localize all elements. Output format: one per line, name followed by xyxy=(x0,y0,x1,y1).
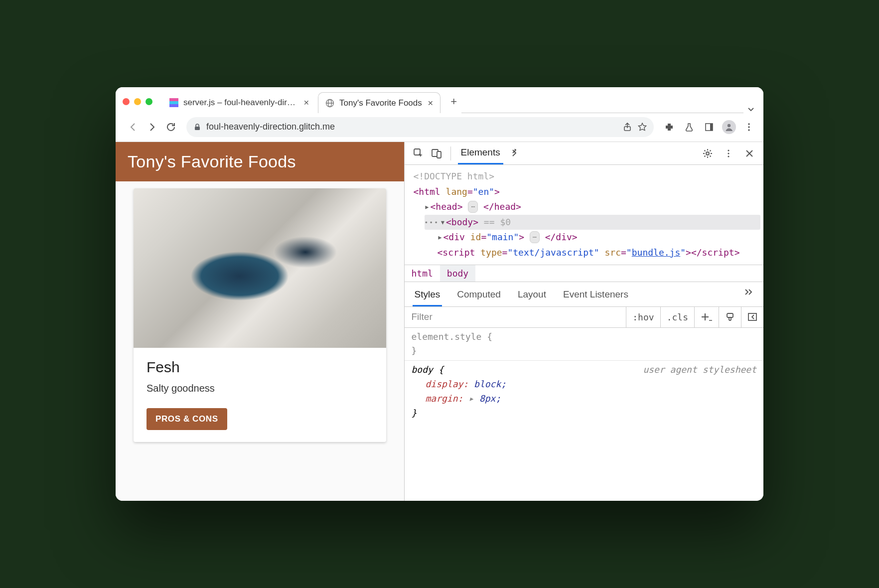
window-controls xyxy=(123,98,152,105)
more-panels-icon[interactable] xyxy=(507,147,521,160)
browser-window: server.js – foul-heavenly-direct ✕ Tony'… xyxy=(116,87,763,501)
svg-rect-0 xyxy=(169,98,178,101)
svg-point-18 xyxy=(728,149,729,151)
window-close-icon[interactable] xyxy=(123,98,130,105)
chrome-menu-icon[interactable] xyxy=(740,119,757,136)
tab-title: server.js – foul-heavenly-direct xyxy=(183,98,298,108)
bundle-js-link[interactable]: bundle.js xyxy=(632,247,681,258)
page-title: Tony's Favorite Foods xyxy=(116,142,404,181)
profile-avatar[interactable] xyxy=(721,119,737,136)
svg-point-13 xyxy=(748,129,749,131)
share-icon[interactable] xyxy=(623,123,632,132)
inspect-element-icon[interactable] xyxy=(412,147,426,160)
address-url: foul-heavenly-direction.glitch.me xyxy=(206,122,335,132)
reload-button[interactable] xyxy=(162,119,179,136)
rendered-page: Tony's Favorite Foods Fesh Salty goodnes… xyxy=(116,142,404,501)
device-toolbar-icon[interactable] xyxy=(430,147,443,160)
food-card: Fesh Salty goodness PROS & CONS xyxy=(134,188,386,442)
paint-brush-icon[interactable] xyxy=(719,307,741,327)
dom-doctype: <!DOCTYPE html> xyxy=(410,169,761,184)
new-rule-icon[interactable] xyxy=(695,307,719,327)
breadcrumb-html[interactable]: html xyxy=(405,265,440,282)
svg-rect-2 xyxy=(169,104,178,107)
food-image xyxy=(134,188,386,348)
browser-toolbar: foul-heavenly-direction.glitch.me xyxy=(116,113,763,142)
subtab-layout[interactable]: Layout xyxy=(516,285,548,306)
tab-glitch-editor[interactable]: server.js – foul-heavenly-direct ✕ xyxy=(162,92,316,113)
side-panel-icon[interactable] xyxy=(701,119,718,136)
devtools-settings-gear-icon[interactable] xyxy=(701,147,715,160)
glitch-favicon-icon xyxy=(169,98,178,107)
svg-rect-21 xyxy=(727,313,733,317)
tabs-menu-chevron-icon[interactable] xyxy=(743,105,758,113)
svg-point-12 xyxy=(748,126,749,128)
rule-source: user agent stylesheet xyxy=(643,363,756,377)
devtools-panel: Elements <!DOCTYPE xyxy=(404,142,764,501)
breadcrumb-body[interactable]: body xyxy=(440,265,475,282)
devtools-tab-elements[interactable]: Elements xyxy=(458,142,503,164)
pros-cons-button[interactable]: PROS & CONS xyxy=(146,408,227,430)
subtab-computed[interactable]: Computed xyxy=(455,285,503,306)
forward-button[interactable] xyxy=(144,119,160,136)
svg-rect-16 xyxy=(437,151,441,158)
close-tab-icon[interactable]: ✕ xyxy=(303,99,310,106)
devtools-kebab-menu-icon[interactable] xyxy=(722,147,735,160)
globe-favicon-icon xyxy=(325,99,334,108)
svg-point-19 xyxy=(728,152,729,154)
svg-rect-1 xyxy=(169,101,178,104)
tab-strip: server.js – foul-heavenly-direct ✕ Tony'… xyxy=(116,87,763,113)
svg-point-17 xyxy=(706,152,709,155)
svg-point-11 xyxy=(748,123,749,125)
subtab-event-listeners[interactable]: Event Listeners xyxy=(561,285,630,306)
tab-title: Tony's Favorite Foods xyxy=(339,98,422,108)
svg-rect-9 xyxy=(710,124,713,131)
new-tab-button[interactable]: + xyxy=(446,94,461,109)
styles-filter-input[interactable]: Filter xyxy=(405,307,627,327)
devtools-tabbar: Elements xyxy=(405,142,764,165)
extensions-icon[interactable] xyxy=(661,119,678,136)
svg-rect-6 xyxy=(195,127,200,130)
styles-toolbar: Filter :hov .cls xyxy=(405,307,764,328)
window-minimize-icon[interactable] xyxy=(134,98,141,105)
styles-subtabs: Styles Computed Layout Event Listeners xyxy=(405,282,764,307)
svg-point-20 xyxy=(728,155,729,157)
subtabs-more-icon[interactable] xyxy=(742,285,755,306)
content-row: Tony's Favorite Foods Fesh Salty goodnes… xyxy=(116,142,763,501)
lock-icon xyxy=(193,123,201,131)
toolbar-right xyxy=(661,119,757,136)
window-zoom-icon[interactable] xyxy=(146,98,152,105)
toggle-sidebar-icon[interactable] xyxy=(741,307,763,327)
tab-tony-foods[interactable]: Tony's Favorite Foods ✕ xyxy=(318,92,440,113)
cls-toggle[interactable]: .cls xyxy=(661,307,695,327)
dom-tree[interactable]: <!DOCTYPE html> <html lang="en"> ▸<head>… xyxy=(405,165,764,265)
body-rule-close: } xyxy=(412,406,757,421)
dom-breadcrumb: html body xyxy=(405,265,764,282)
close-tab-icon[interactable]: ✕ xyxy=(427,100,434,107)
styles-rules[interactable]: element.style { } user agent stylesheet … xyxy=(405,328,764,427)
body-rule-open: body { xyxy=(412,364,444,375)
bookmark-star-icon[interactable] xyxy=(638,123,647,132)
hov-toggle[interactable]: :hov xyxy=(626,307,660,327)
food-card-title: Fesh xyxy=(146,359,373,376)
back-button[interactable] xyxy=(125,119,142,136)
address-bar[interactable]: foul-heavenly-direction.glitch.me xyxy=(186,117,654,137)
labs-icon[interactable] xyxy=(681,119,698,136)
svg-point-10 xyxy=(728,124,731,127)
subtab-styles[interactable]: Styles xyxy=(413,285,442,306)
devtools-close-icon[interactable] xyxy=(742,147,756,160)
element-style-close: } xyxy=(412,344,757,358)
food-card-text: Salty goodness xyxy=(146,383,373,394)
element-style-open: element.style { xyxy=(412,330,757,344)
